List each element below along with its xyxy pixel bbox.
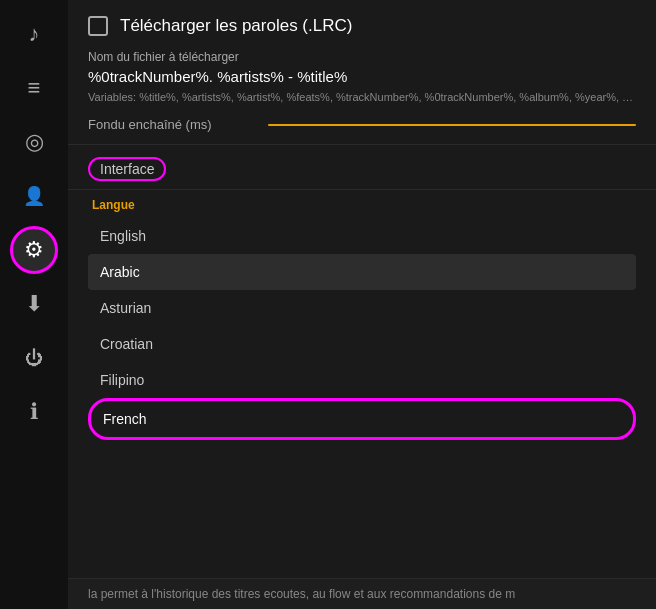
lang-item-croatian[interactable]: Croatian <box>88 326 636 362</box>
sidebar-item-login[interactable]: ⏻ <box>10 334 58 382</box>
sidebar-item-disc[interactable]: ◎ <box>10 118 58 166</box>
users-icon: 👤 <box>23 185 45 207</box>
disc-icon: ◎ <box>25 129 44 155</box>
download-row: Télécharger les paroles (.LRC) <box>88 16 636 36</box>
interface-label: Interface <box>88 157 166 181</box>
interface-section: Interface Langue English Arabic Asturian… <box>68 145 656 578</box>
lang-filipino-label: Filipino <box>100 372 144 388</box>
lang-item-asturian[interactable]: Asturian <box>88 290 636 326</box>
lang-item-french[interactable]: French <box>88 398 636 440</box>
lang-item-arabic[interactable]: Arabic <box>88 254 636 290</box>
lang-item-filipino[interactable]: Filipino <box>88 362 636 398</box>
main-content: Télécharger les paroles (.LRC) Nom du fi… <box>68 0 656 609</box>
lang-item-english[interactable]: English <box>88 218 636 254</box>
sidebar-item-queue[interactable]: ≡ <box>10 64 58 112</box>
filename-label: Nom du fichier à télécharger <box>88 50 636 64</box>
filename-value: %0trackNumber%. %artists% - %title% <box>88 68 636 85</box>
music-note-icon: ♪ <box>29 21 40 47</box>
fade-label: Fondu enchaîné (ms) <box>88 117 258 132</box>
gear-icon: ⚙ <box>24 237 44 263</box>
bottom-info-text: la permet à l'historique des titres ecou… <box>88 587 636 601</box>
top-section: Télécharger les paroles (.LRC) Nom du fi… <box>68 0 656 145</box>
langue-label: Langue <box>92 198 636 212</box>
bottom-bar: la permet à l'historique des titres ecou… <box>68 578 656 609</box>
sidebar-item-download[interactable]: ⬇ <box>10 280 58 328</box>
language-section: Langue English Arabic Asturian Croatian … <box>68 190 656 440</box>
variables-text: Variables: %title%, %artists%, %artist%,… <box>88 91 636 103</box>
fade-row: Fondu enchaîné (ms) <box>88 117 636 132</box>
download-title: Télécharger les paroles (.LRC) <box>120 16 352 36</box>
sidebar: ♪ ≡ ◎ 👤 ⚙ ⬇ ⏻ ℹ <box>0 0 68 609</box>
sidebar-item-users[interactable]: 👤 <box>10 172 58 220</box>
sidebar-item-info[interactable]: ℹ <box>10 388 58 436</box>
lang-french-label: French <box>103 411 147 427</box>
sidebar-item-settings[interactable]: ⚙ <box>10 226 58 274</box>
info-icon: ℹ <box>30 399 38 425</box>
lrc-checkbox[interactable] <box>88 16 108 36</box>
download-icon: ⬇ <box>25 291 43 317</box>
queue-icon: ≡ <box>28 75 41 101</box>
lang-arabic-label: Arabic <box>100 264 140 280</box>
sidebar-item-music[interactable]: ♪ <box>10 10 58 58</box>
lang-croatian-label: Croatian <box>100 336 153 352</box>
lang-english-label: English <box>100 228 146 244</box>
fade-line <box>268 124 636 126</box>
language-list: English Arabic Asturian Croatian Filipin… <box>88 218 636 440</box>
bottom-text-content: la permet à l'historique des titres ecou… <box>88 587 515 601</box>
lang-asturian-label: Asturian <box>100 300 151 316</box>
interface-header: Interface <box>68 145 656 190</box>
login-icon: ⏻ <box>25 348 43 369</box>
